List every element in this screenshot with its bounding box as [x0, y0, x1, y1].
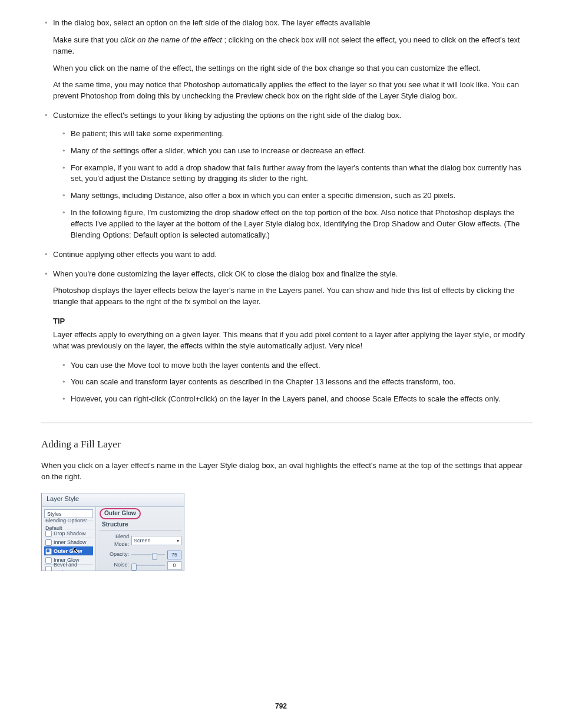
- emphasis-click-name: click on the name of the effect: [120, 35, 222, 44]
- blend-mode-label: Blend Mode:: [100, 533, 129, 548]
- text: When you're done customizing the layer e…: [53, 269, 398, 278]
- instruction-list-top: In the dialog box, select an option on t…: [41, 18, 533, 405]
- step-dialog-select: In the dialog box, select an option on t…: [41, 18, 533, 102]
- text: When you click on the name of the effect…: [53, 63, 533, 74]
- finalize-sublist: You can use the Move tool to move both t…: [59, 360, 533, 406]
- step-finalize: When you're done customizing the layer e…: [41, 269, 533, 406]
- inner-shadow-checkbox[interactable]: [45, 539, 52, 546]
- sub-item: For example, if you want to add a drop s…: [59, 163, 533, 185]
- text: Customize the effect's settings to your …: [53, 111, 401, 120]
- blend-mode-value: Screen: [134, 537, 151, 545]
- opacity-label: Opacity:: [100, 551, 129, 558]
- bevel-emboss-checkbox[interactable]: [45, 566, 52, 572]
- text: Make sure that you: [53, 35, 120, 44]
- sub-item: You can scale and transform layer conten…: [59, 377, 533, 388]
- drop-shadow-checkbox[interactable]: [45, 531, 52, 537]
- sub-item: In the following figure, I'm customizing…: [59, 207, 533, 241]
- tip-body: Layer effects apply to everything on a g…: [53, 330, 533, 352]
- noise-value[interactable]: 0: [167, 561, 181, 570]
- noise-slider[interactable]: [131, 562, 165, 569]
- group-structure-label: Structure: [102, 521, 181, 529]
- inner-glow-checkbox[interactable]: [45, 557, 52, 564]
- customize-sublist: Be patient; this will take some experime…: [59, 129, 533, 241]
- sub-item: Many settings, including Distance, also …: [59, 190, 533, 202]
- outer-glow-checkbox[interactable]: [45, 548, 52, 555]
- styles-sidebar: Styles Blending Options: Default Drop Sh…: [42, 507, 96, 571]
- text: Photoshop displays the layer effects bel…: [53, 285, 533, 308]
- page-number: 792: [0, 701, 562, 711]
- blend-mode-dropdown[interactable]: Screen ▾: [131, 536, 181, 545]
- sidebar-item-label: Inner Shadow: [54, 539, 87, 546]
- text: At the same time, you may notice that Ph…: [53, 80, 533, 102]
- sidebar-item-blending-options[interactable]: Blending Options: Default: [44, 520, 93, 529]
- sidebar-item-inner-shadow[interactable]: Inner Shadow: [44, 538, 93, 546]
- layer-style-dialog: Layer Style Styles Blending Options: Def…: [41, 493, 184, 571]
- chevron-down-icon: ▾: [177, 538, 179, 545]
- sub-item: However, you can right-click (Control+cl…: [59, 394, 533, 405]
- noise-label: Noise:: [100, 561, 129, 569]
- tip-heading: TIP: [53, 317, 65, 325]
- step-customize: Customize the effect's settings to your …: [41, 110, 533, 241]
- sub-item: Many of the settings offer a slider, whi…: [59, 146, 533, 157]
- cursor-icon: ↖: [72, 545, 79, 556]
- step-continue: Continue applying other effects you want…: [41, 249, 533, 261]
- opacity-slider[interactable]: [131, 551, 165, 558]
- text: In the dialog box, select an option on t…: [53, 18, 371, 27]
- dialog-title: Layer Style: [42, 493, 184, 507]
- section-title: Adding a Fill Layer: [41, 437, 533, 452]
- section-intro: When you click on a layer effect's name …: [41, 460, 533, 483]
- sidebar-item-drop-shadow[interactable]: Drop Shadow: [44, 529, 93, 538]
- sidebar-item-outer-glow[interactable]: Outer Glow ↖: [44, 546, 93, 555]
- effect-settings: Outer Glow Structure Blend Mode: Screen …: [96, 507, 184, 571]
- sidebar-item-label: Bevel and Emboss: [54, 561, 92, 571]
- opacity-value[interactable]: 75: [167, 551, 181, 559]
- section-divider: [41, 423, 533, 423]
- sidebar-item-label: Drop Shadow: [54, 530, 86, 538]
- sub-item: Be patient; this will take some experime…: [59, 129, 533, 140]
- sub-item: You can use the Move tool to move both t…: [59, 360, 533, 371]
- effect-name-callout: Outer Glow: [100, 508, 141, 519]
- sidebar-item-bevel-emboss[interactable]: Bevel and Emboss: [44, 564, 93, 571]
